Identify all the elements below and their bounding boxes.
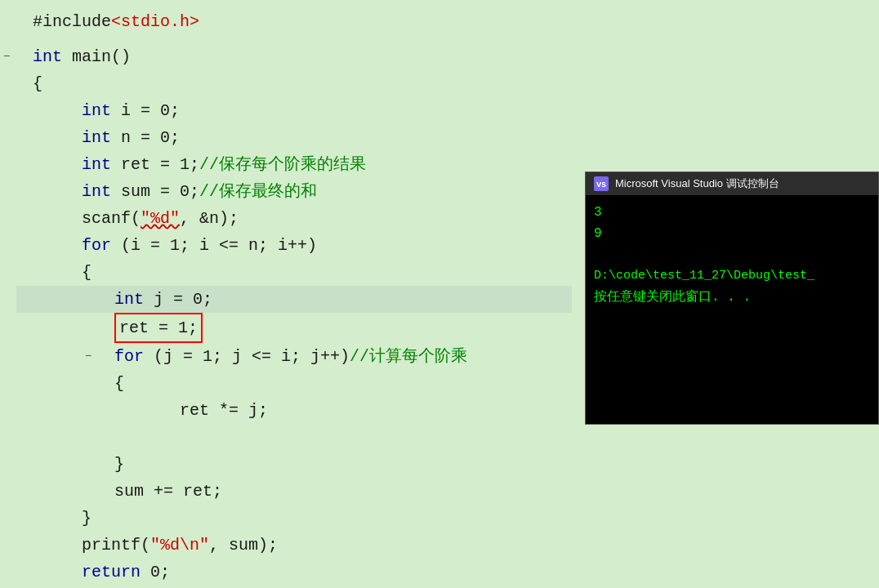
console-output-line-1: 3 xyxy=(594,202,870,223)
code-line-return: return 0; xyxy=(16,559,572,586)
code-line-scanf: scanf("%d", &n); xyxy=(16,205,572,232)
console-title: Microsoft Visual Studio 调试控制台 xyxy=(615,176,779,191)
code-line-ret-assign: ret = 1; xyxy=(16,313,572,343)
code-text-ret-mul: ret *= j; xyxy=(33,397,572,424)
code-text-for1b: { xyxy=(33,259,572,286)
code-line-blank2 xyxy=(16,424,572,451)
console-body: 3 9 D:\code\test_11_27\Debug\test_ 按任意键关… xyxy=(586,195,878,424)
code-text-ob: { xyxy=(33,70,572,97)
ret-assign-box: ret = 1; xyxy=(114,313,203,343)
console-output-line-2: 9 xyxy=(594,223,870,244)
code-text-sum-add: sum += ret; xyxy=(33,478,572,505)
code-text-sum-decl: int sum = 0;//保存最终的和 xyxy=(33,178,572,205)
code-text-for2c: } xyxy=(33,451,572,478)
code-line-sum-add: sum += ret; xyxy=(16,478,572,505)
code-text-main: int main() xyxy=(33,43,572,70)
code-line-for1: for (i = 1; i <= n; i++) xyxy=(16,232,572,259)
code-text-n: int n = 0; xyxy=(33,124,572,151)
console-output-blank xyxy=(594,244,870,265)
code-editor: #include<stdio.h> − int main() { int i =… xyxy=(0,0,588,588)
console-panel: vs Microsoft Visual Studio 调试控制台 3 9 D:\… xyxy=(585,172,879,425)
code-text-i: int i = 0; xyxy=(33,97,572,124)
code-text-return: return 0; xyxy=(33,559,572,586)
code-line-for1-brace: { xyxy=(16,259,572,286)
code-line-printf: printf("%d\n", sum); xyxy=(16,532,572,559)
code-text-for2b: { xyxy=(33,370,572,397)
code-line-i: int i = 0; xyxy=(16,97,572,124)
code-text-1: #include<stdio.h> xyxy=(33,8,572,35)
console-titlebar: vs Microsoft Visual Studio 调试控制台 xyxy=(586,172,878,195)
code-line-ret-decl: int ret = 1;//保存每个阶乘的结果 xyxy=(16,151,572,178)
code-line-blank xyxy=(16,35,572,43)
console-output-close: 按任意键关闭此窗口. . . xyxy=(594,287,870,308)
code-line-main: − int main() xyxy=(16,43,572,70)
code-text-for1c: } xyxy=(33,505,572,532)
code-line-j: int j = 0; xyxy=(16,286,572,313)
code-text-j: int j = 0; xyxy=(33,286,572,313)
code-line-for2-close: } xyxy=(16,451,572,478)
code-line-sum-decl: int sum = 0;//保存最终的和 xyxy=(16,178,572,205)
code-line-open-brace-main: { xyxy=(16,70,572,97)
code-text-printf: printf("%d\n", sum); xyxy=(33,532,572,559)
code-text-scanf: scanf("%d", &n); xyxy=(33,205,572,232)
code-text-for1: for (i = 1; i <= n; i++) xyxy=(33,232,572,259)
code-text-ret-decl: int ret = 1;//保存每个阶乘的结果 xyxy=(33,151,572,178)
code-line-n: int n = 0; xyxy=(16,124,572,151)
vs-icon: vs xyxy=(594,176,609,191)
code-text-ret-assign: ret = 1; xyxy=(33,313,572,343)
code-line-ret-mul: ret *= j; xyxy=(16,397,572,424)
code-line-for1-close: } xyxy=(16,505,572,532)
console-output-path: D:\code\test_11_27\Debug\test_ xyxy=(594,265,870,287)
code-line-1: #include<stdio.h> xyxy=(16,8,572,35)
collapse-main-icon[interactable]: − xyxy=(3,43,10,70)
code-text-for2: for (j = 1; j <= i; j++)//计算每个阶乘 xyxy=(33,343,572,370)
collapse-for2-icon[interactable]: − xyxy=(85,343,91,370)
code-line-for2-brace: { xyxy=(16,370,572,397)
code-line-for2: − for (j = 1; j <= i; j++)//计算每个阶乘 xyxy=(16,343,572,370)
